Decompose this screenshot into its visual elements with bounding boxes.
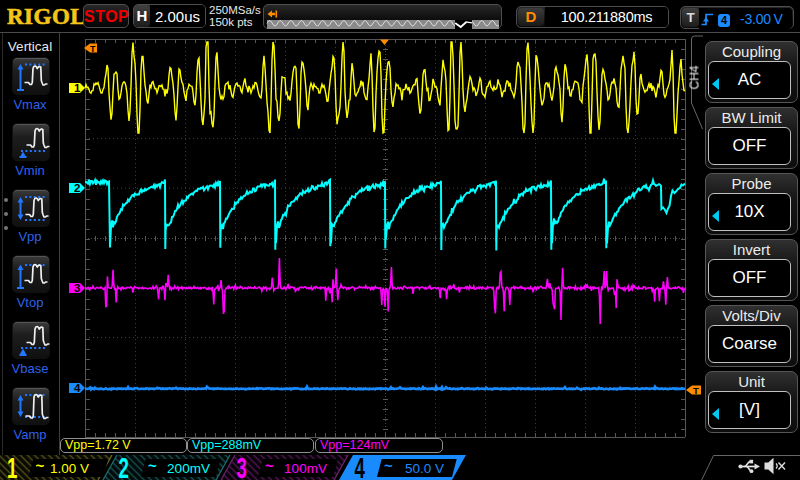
svg-text:~: ~	[148, 457, 157, 474]
svg-text:1.00 V: 1.00 V	[50, 461, 89, 476]
svg-text:1: 1	[74, 82, 81, 94]
svg-text:2: 2	[119, 455, 129, 480]
svg-text:4: 4	[355, 455, 366, 480]
svg-text:~: ~	[265, 457, 274, 474]
svg-text:50.0 V: 50.0 V	[405, 461, 444, 476]
svg-text:4: 4	[74, 382, 81, 394]
svg-text:T: T	[90, 44, 96, 54]
svg-text:100mV: 100mV	[284, 461, 327, 476]
svg-text:~: ~	[36, 457, 45, 474]
svg-text:200mV: 200mV	[167, 461, 210, 476]
svg-text:~: ~	[384, 457, 393, 474]
svg-text:3: 3	[74, 282, 80, 294]
svg-text:1: 1	[7, 455, 17, 480]
svg-text:3: 3	[237, 455, 247, 480]
svg-text:2: 2	[74, 182, 80, 194]
